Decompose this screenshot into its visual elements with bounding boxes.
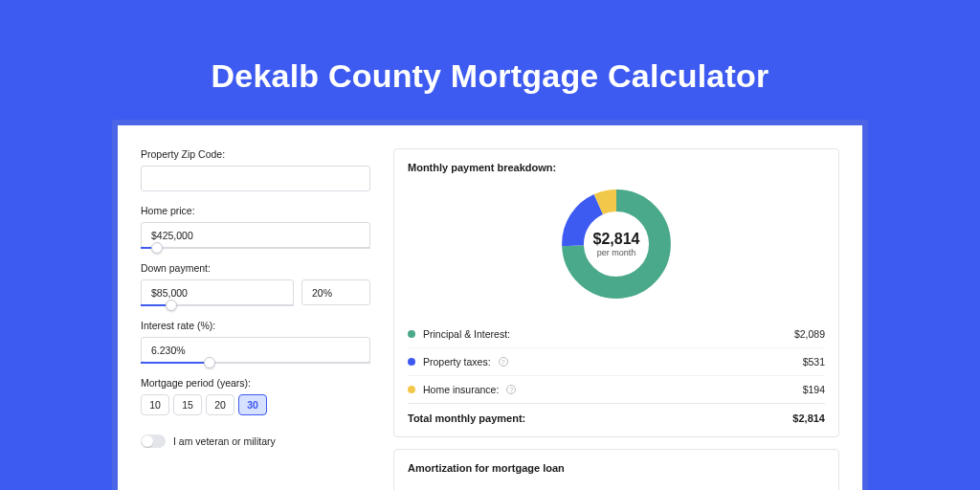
donut-center: $2,814 per month xyxy=(593,231,640,257)
down-payment-input[interactable] xyxy=(141,279,294,305)
amortization-title: Amortization for mortgage loan xyxy=(408,462,825,474)
veteran-label: I am veteran or military xyxy=(173,435,276,447)
down-payment-field: Down payment: xyxy=(141,262,370,306)
veteran-toggle-knob xyxy=(142,435,153,447)
down-payment-label: Down payment: xyxy=(141,262,370,274)
interest-label: Interest rate (%): xyxy=(141,320,370,331)
page-title: Dekalb County Mortgage Calculator xyxy=(0,0,980,120)
donut-chart: $2,814 per month xyxy=(559,187,674,301)
zip-field: Property Zip Code: xyxy=(141,148,370,191)
legend-label: Property taxes: xyxy=(423,356,491,368)
breakdown-panel: Monthly payment breakdown: $2,814 per mo… xyxy=(393,148,839,437)
legend-label: Principal & Interest: xyxy=(423,328,510,340)
donut-wrap: $2,814 per month xyxy=(408,187,825,301)
home-price-input[interactable] xyxy=(141,222,370,248)
legend-value: $194 xyxy=(803,384,825,395)
period-buttons: 10152030 xyxy=(141,394,370,415)
legend-row: Principal & Interest:$2,089 xyxy=(408,321,825,347)
down-payment-slider-thumb[interactable] xyxy=(166,300,177,311)
interest-input[interactable] xyxy=(141,337,370,363)
home-price-field: Home price: xyxy=(141,205,370,249)
period-btn-15[interactable]: 15 xyxy=(173,394,202,415)
veteran-toggle[interactable] xyxy=(141,434,166,448)
total-value: $2,814 xyxy=(792,412,825,424)
period-field: Mortgage period (years): 10152030 xyxy=(141,377,370,415)
period-btn-30[interactable]: 30 xyxy=(238,394,267,415)
legend-dot xyxy=(408,330,415,338)
interest-slider-thumb[interactable] xyxy=(204,357,215,368)
zip-input[interactable] xyxy=(141,166,370,191)
interest-slider[interactable] xyxy=(141,362,370,364)
info-icon[interactable]: ? xyxy=(499,357,508,367)
donut-value: $2,814 xyxy=(593,231,640,248)
veteran-row: I am veteran or military xyxy=(141,434,370,448)
legend-value: $2,089 xyxy=(794,328,825,340)
zip-label: Property Zip Code: xyxy=(141,148,370,160)
home-price-slider[interactable] xyxy=(141,247,370,249)
legend-value: $531 xyxy=(803,356,825,368)
legend-dot xyxy=(408,386,415,393)
interest-slider-fill xyxy=(141,362,210,364)
legend: Principal & Interest:$2,089Property taxe… xyxy=(408,321,825,403)
period-btn-10[interactable]: 10 xyxy=(141,394,169,415)
results-column: Monthly payment breakdown: $2,814 per mo… xyxy=(393,148,839,490)
down-payment-pct-input[interactable] xyxy=(301,279,370,305)
amortization-panel: Amortization for mortgage loan Amortizat… xyxy=(393,449,839,490)
total-label: Total monthly payment: xyxy=(408,412,525,424)
period-btn-20[interactable]: 20 xyxy=(206,394,234,415)
period-label: Mortgage period (years): xyxy=(141,377,370,389)
info-icon[interactable]: ? xyxy=(506,385,516,394)
down-payment-slider[interactable] xyxy=(141,304,294,306)
form-column: Property Zip Code: Home price: Down paym… xyxy=(141,148,370,490)
legend-dot xyxy=(408,358,415,366)
card-frame: Property Zip Code: Home price: Down paym… xyxy=(112,120,868,490)
breakdown-title: Monthly payment breakdown: xyxy=(408,162,825,173)
interest-field: Interest rate (%): xyxy=(141,320,370,364)
legend-row: Property taxes:?$531 xyxy=(408,347,825,375)
home-price-slider-thumb[interactable] xyxy=(151,242,163,254)
calculator-card: Property Zip Code: Home price: Down paym… xyxy=(118,125,862,490)
total-row: Total monthly payment: $2,814 xyxy=(408,403,825,424)
legend-row: Home insurance:?$194 xyxy=(408,375,825,403)
home-price-label: Home price: xyxy=(141,205,370,216)
legend-label: Home insurance: xyxy=(423,384,499,395)
donut-sub: per month xyxy=(593,248,640,257)
